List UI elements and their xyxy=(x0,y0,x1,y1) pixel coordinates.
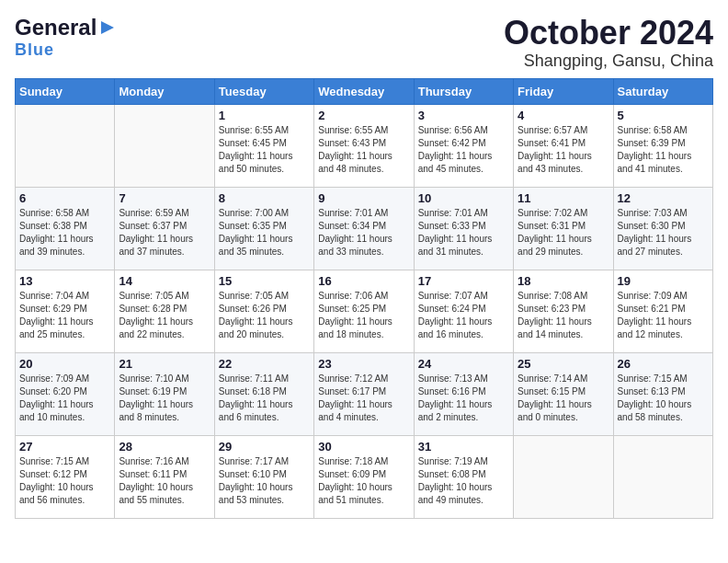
table-row: 15Sunrise: 7:05 AMSunset: 6:26 PMDayligh… xyxy=(214,270,313,352)
table-row: 9Sunrise: 7:01 AMSunset: 6:34 PMDaylight… xyxy=(314,187,414,270)
day-info: Sunrise: 7:15 AMSunset: 6:13 PMDaylight:… xyxy=(618,373,709,424)
logo: General Blue xyxy=(15,15,118,60)
day-number: 4 xyxy=(518,109,609,122)
day-number: 19 xyxy=(618,274,709,288)
day-number: 5 xyxy=(618,109,709,122)
day-number: 12 xyxy=(618,191,709,205)
day-number: 29 xyxy=(219,440,310,454)
day-info: Sunrise: 7:05 AMSunset: 6:26 PMDaylight:… xyxy=(219,290,310,341)
table-row: 1Sunrise: 6:55 AMSunset: 6:45 PMDaylight… xyxy=(214,104,313,187)
calendar-header-row: Sunday Monday Tuesday Wednesday Thursday… xyxy=(16,78,713,104)
day-number: 30 xyxy=(318,440,409,454)
table-row: 7Sunrise: 6:59 AMSunset: 6:37 PMDaylight… xyxy=(115,187,214,270)
table-row: 16Sunrise: 7:06 AMSunset: 6:25 PMDayligh… xyxy=(314,270,414,352)
day-info: Sunrise: 6:58 AMSunset: 6:39 PMDaylight:… xyxy=(618,124,709,176)
day-number: 6 xyxy=(19,191,110,205)
table-row: 19Sunrise: 7:09 AMSunset: 6:21 PMDayligh… xyxy=(613,270,712,352)
day-info: Sunrise: 7:09 AMSunset: 6:20 PMDaylight:… xyxy=(19,373,110,424)
header-friday: Friday xyxy=(514,78,613,104)
table-row: 29Sunrise: 7:17 AMSunset: 6:10 PMDayligh… xyxy=(214,435,313,518)
day-number: 1 xyxy=(219,109,310,122)
day-info: Sunrise: 7:06 AMSunset: 6:25 PMDaylight:… xyxy=(318,290,409,341)
header: General Blue October 2024 Shangping, Gan… xyxy=(15,15,713,71)
day-info: Sunrise: 7:13 AMSunset: 6:16 PMDaylight:… xyxy=(418,373,509,424)
day-info: Sunrise: 7:00 AMSunset: 6:35 PMDaylight:… xyxy=(219,207,310,259)
header-wednesday: Wednesday xyxy=(314,78,414,104)
day-number: 24 xyxy=(418,357,509,371)
day-number: 2 xyxy=(318,109,409,122)
location-title: Shangping, Gansu, China xyxy=(504,52,713,71)
table-row: 14Sunrise: 7:05 AMSunset: 6:28 PMDayligh… xyxy=(115,270,214,352)
day-info: Sunrise: 6:59 AMSunset: 6:37 PMDaylight:… xyxy=(119,207,210,259)
table-row: 21Sunrise: 7:10 AMSunset: 6:19 PMDayligh… xyxy=(115,352,214,435)
day-info: Sunrise: 7:15 AMSunset: 6:12 PMDaylight:… xyxy=(19,455,110,507)
table-row: 18Sunrise: 7:08 AMSunset: 6:23 PMDayligh… xyxy=(514,270,613,352)
header-thursday: Thursday xyxy=(414,78,513,104)
table-row xyxy=(16,104,115,187)
table-row: 28Sunrise: 7:16 AMSunset: 6:11 PMDayligh… xyxy=(115,435,214,518)
month-title: October 2024 xyxy=(504,15,713,52)
day-number: 27 xyxy=(19,440,110,454)
table-row: 22Sunrise: 7:11 AMSunset: 6:18 PMDayligh… xyxy=(214,352,313,435)
header-sunday: Sunday xyxy=(16,78,115,104)
day-info: Sunrise: 7:02 AMSunset: 6:31 PMDaylight:… xyxy=(518,207,609,259)
table-row: 31Sunrise: 7:19 AMSunset: 6:08 PMDayligh… xyxy=(414,435,513,518)
table-row: 10Sunrise: 7:01 AMSunset: 6:33 PMDayligh… xyxy=(414,187,513,270)
table-row: 3Sunrise: 6:56 AMSunset: 6:42 PMDaylight… xyxy=(414,104,513,187)
calendar-week-row: 13Sunrise: 7:04 AMSunset: 6:29 PMDayligh… xyxy=(16,270,713,352)
calendar-week-row: 20Sunrise: 7:09 AMSunset: 6:20 PMDayligh… xyxy=(16,352,713,435)
day-number: 15 xyxy=(219,274,310,288)
day-info: Sunrise: 6:55 AMSunset: 6:45 PMDaylight:… xyxy=(219,124,310,176)
table-row: 5Sunrise: 6:58 AMSunset: 6:39 PMDaylight… xyxy=(613,104,712,187)
day-number: 22 xyxy=(219,357,310,371)
day-number: 7 xyxy=(119,191,210,205)
day-info: Sunrise: 7:11 AMSunset: 6:18 PMDaylight:… xyxy=(219,373,310,424)
calendar-week-row: 1Sunrise: 6:55 AMSunset: 6:45 PMDaylight… xyxy=(16,104,713,187)
day-info: Sunrise: 7:14 AMSunset: 6:15 PMDaylight:… xyxy=(518,373,609,424)
day-info: Sunrise: 7:16 AMSunset: 6:11 PMDaylight:… xyxy=(119,455,210,507)
calendar-week-row: 27Sunrise: 7:15 AMSunset: 6:12 PMDayligh… xyxy=(16,435,713,518)
day-number: 21 xyxy=(119,357,210,371)
day-info: Sunrise: 6:58 AMSunset: 6:38 PMDaylight:… xyxy=(19,207,110,259)
day-info: Sunrise: 6:55 AMSunset: 6:43 PMDaylight:… xyxy=(318,124,409,176)
table-row: 4Sunrise: 6:57 AMSunset: 6:41 PMDaylight… xyxy=(514,104,613,187)
table-row: 30Sunrise: 7:18 AMSunset: 6:09 PMDayligh… xyxy=(314,435,414,518)
table-row: 26Sunrise: 7:15 AMSunset: 6:13 PMDayligh… xyxy=(613,352,712,435)
day-number: 23 xyxy=(318,357,409,371)
header-monday: Monday xyxy=(115,78,214,104)
table-row xyxy=(514,435,613,518)
day-number: 8 xyxy=(219,191,310,205)
day-number: 13 xyxy=(19,274,110,288)
day-info: Sunrise: 7:18 AMSunset: 6:09 PMDaylight:… xyxy=(318,455,409,507)
day-number: 9 xyxy=(318,191,409,205)
table-row: 2Sunrise: 6:55 AMSunset: 6:43 PMDaylight… xyxy=(314,104,414,187)
logo-icon xyxy=(97,17,118,38)
table-row: 6Sunrise: 6:58 AMSunset: 6:38 PMDaylight… xyxy=(16,187,115,270)
logo-general: General xyxy=(15,15,97,40)
table-row xyxy=(115,104,214,187)
day-number: 20 xyxy=(19,357,110,371)
calendar: Sunday Monday Tuesday Wednesday Thursday… xyxy=(15,78,713,519)
day-info: Sunrise: 7:17 AMSunset: 6:10 PMDaylight:… xyxy=(219,455,310,507)
table-row: 11Sunrise: 7:02 AMSunset: 6:31 PMDayligh… xyxy=(514,187,613,270)
day-info: Sunrise: 7:19 AMSunset: 6:08 PMDaylight:… xyxy=(418,455,509,507)
day-info: Sunrise: 7:12 AMSunset: 6:17 PMDaylight:… xyxy=(318,373,409,424)
table-row xyxy=(613,435,712,518)
day-info: Sunrise: 6:56 AMSunset: 6:42 PMDaylight:… xyxy=(418,124,509,176)
day-number: 16 xyxy=(318,274,409,288)
day-number: 26 xyxy=(618,357,709,371)
table-row: 13Sunrise: 7:04 AMSunset: 6:29 PMDayligh… xyxy=(16,270,115,352)
title-area: October 2024 Shangping, Gansu, China xyxy=(504,15,713,71)
table-row: 24Sunrise: 7:13 AMSunset: 6:16 PMDayligh… xyxy=(414,352,513,435)
calendar-week-row: 6Sunrise: 6:58 AMSunset: 6:38 PMDaylight… xyxy=(16,187,713,270)
day-info: Sunrise: 7:07 AMSunset: 6:24 PMDaylight:… xyxy=(418,290,509,341)
day-number: 18 xyxy=(518,274,609,288)
day-info: Sunrise: 7:04 AMSunset: 6:29 PMDaylight:… xyxy=(19,290,110,341)
table-row: 17Sunrise: 7:07 AMSunset: 6:24 PMDayligh… xyxy=(414,270,513,352)
header-saturday: Saturday xyxy=(613,78,712,104)
table-row: 27Sunrise: 7:15 AMSunset: 6:12 PMDayligh… xyxy=(16,435,115,518)
day-number: 25 xyxy=(518,357,609,371)
day-number: 17 xyxy=(418,274,509,288)
day-info: Sunrise: 7:08 AMSunset: 6:23 PMDaylight:… xyxy=(518,290,609,341)
table-row: 23Sunrise: 7:12 AMSunset: 6:17 PMDayligh… xyxy=(314,352,414,435)
